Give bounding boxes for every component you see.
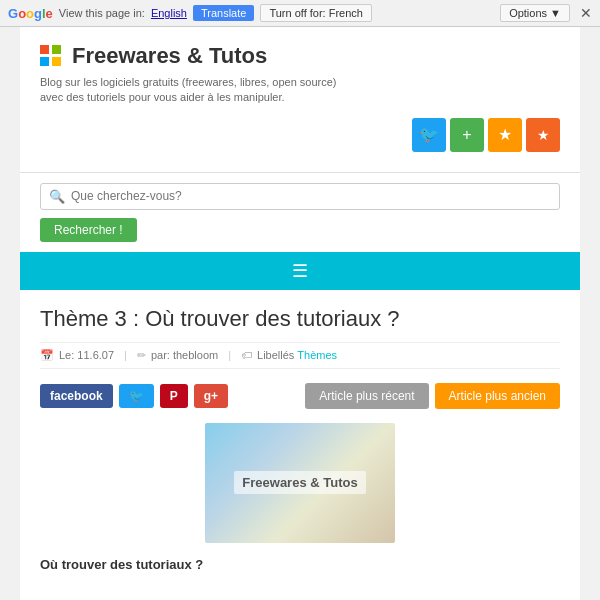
google-logo: Google [8,6,53,21]
meta-author: ✏ par: thebloom [137,349,218,362]
google-plus-social-icon[interactable]: + [450,118,484,152]
tag-label: Libellés [257,349,294,361]
search-input[interactable] [71,189,551,203]
author-icon: ✏ [137,349,146,362]
win-sq1 [40,45,49,54]
older-article-button[interactable]: Article plus ancien [435,383,560,409]
meta-sep2: | [228,349,231,361]
twitter-social-icon[interactable]: 🐦 [412,118,446,152]
view-page-text: View this page in: [59,7,145,19]
featured-image-inner: Freewares & Tutos [205,423,395,543]
star-social-icon[interactable]: ★ [488,118,522,152]
windows-logo-icon [40,45,62,67]
post-subtitle: Où trouver des tutoriaux ? [40,557,560,572]
site-description: Blog sur les logiciels gratuits (freewar… [40,75,360,106]
social-icons-row: 🐦 + ★ ★ [40,118,560,152]
newer-article-button[interactable]: Article plus récent [305,383,428,409]
hamburger-menu-icon[interactable]: ☰ [292,260,308,282]
win-sq3 [40,57,49,66]
meta-tags: 🏷 Libellés Thèmes [241,349,337,361]
facebook-share-button[interactable]: facebook [40,384,113,408]
turnoff-button[interactable]: Turn off for: French [260,4,372,22]
google-translate-bar: Google View this page in: English Transl… [0,0,600,27]
calendar-icon: 📅 [40,349,54,362]
post-meta: 📅 Le: 11.6.07 | ✏ par: thebloom | 🏷 Libe… [40,342,560,369]
options-button[interactable]: Options ▼ [500,4,570,22]
win-sq2 [52,45,61,54]
nav-bar: ☰ [20,252,580,290]
search-button[interactable]: Rechercher ! [40,218,137,242]
tag-link[interactable]: Thèmes [297,349,337,361]
search-area: 🔍 Rechercher ! [20,173,580,252]
content-area: Thème 3 : Où trouver des tutoriaux ? 📅 L… [20,290,580,600]
post-title: Thème 3 : Où trouver des tutoriaux ? [40,306,560,332]
post-author: par: thebloom [151,349,218,361]
article-nav-buttons: Article plus récent Article plus ancien [305,383,560,409]
post-date: Le: 11.6.07 [59,349,114,361]
rss-social-icon[interactable]: ★ [526,118,560,152]
close-icon[interactable]: ✕ [580,5,592,21]
site-title: Freewares & Tutos [72,43,267,69]
language-link[interactable]: English [151,7,187,19]
search-input-row: 🔍 [40,183,560,210]
twitter-share-button[interactable]: 🐦 [119,384,154,408]
tag-icon: 🏷 [241,349,252,361]
site-header: Freewares & Tutos Blog sur les logiciels… [20,27,580,172]
win-sq4 [52,57,61,66]
pinterest-share-button[interactable]: P [160,384,188,408]
page-wrapper: Freewares & Tutos Blog sur les logiciels… [20,27,580,600]
search-icon: 🔍 [49,189,65,204]
site-title-row: Freewares & Tutos [40,43,560,69]
featured-image-label: Freewares & Tutos [234,471,365,494]
gplus-share-button[interactable]: g+ [194,384,228,408]
translate-button[interactable]: Translate [193,5,254,21]
meta-date: 📅 Le: 11.6.07 [40,349,114,362]
bottom-space [40,572,560,592]
share-row: facebook 🐦 P g+ Article plus récent Arti… [40,383,560,409]
meta-sep1: | [124,349,127,361]
featured-image: Freewares & Tutos [205,423,395,543]
